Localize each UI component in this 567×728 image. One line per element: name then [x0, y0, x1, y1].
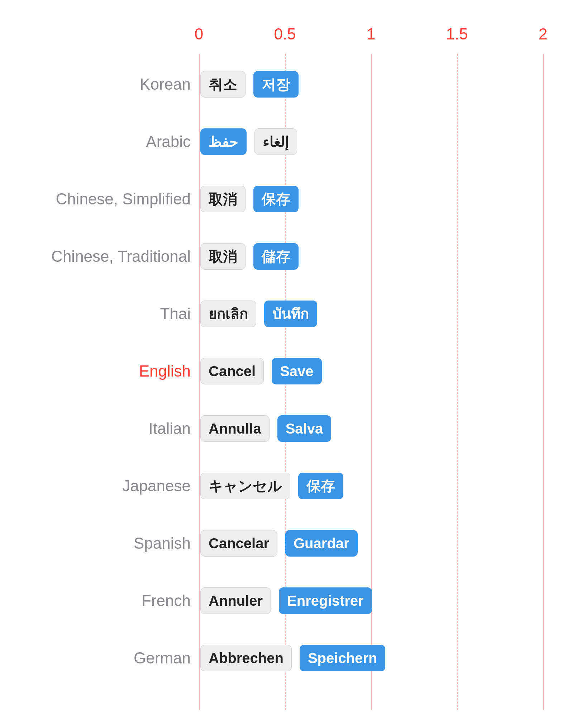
save-button[interactable]: Salva [277, 415, 332, 442]
row-arabic: Arabic حفظ إلغاء [0, 126, 567, 158]
row-label-french: French [11, 592, 191, 610]
button-group-chinese-traditional: 取消 儲存 [200, 243, 299, 270]
button-group-german: Abbrechen Speichern [200, 645, 385, 671]
button-group-italian: Annulla Salva [200, 415, 331, 442]
row-french: French Annuler Enregistrer [0, 585, 567, 617]
button-group-korean: 취소 저장 [200, 71, 299, 98]
save-button[interactable]: 保存 [298, 473, 343, 499]
row-label-korean: Korean [11, 75, 191, 93]
row-italian: Italian Annulla Salva [0, 412, 567, 445]
row-label-japanese: Japanese [11, 477, 191, 495]
row-label-chinese-simplified: Chinese, Simplified [11, 190, 191, 208]
save-button[interactable]: 保存 [253, 186, 299, 212]
row-thai: Thai ยกเลิก บันทึก [0, 298, 567, 330]
cancel-button[interactable]: Annulla [200, 415, 270, 442]
row-korean: Korean 취소 저장 [0, 68, 567, 100]
row-german: German Abbrechen Speichern [0, 642, 567, 674]
row-japanese: Japanese キャンセル 保存 [0, 470, 567, 502]
cancel-button[interactable]: 取消 [200, 243, 246, 270]
x-tick-1: 1 [367, 25, 375, 43]
cancel-button[interactable]: キャンセル [200, 473, 290, 499]
button-group-chinese-simplified: 取消 保存 [200, 186, 299, 212]
row-chinese-simplified: Chinese, Simplified 取消 保存 [0, 183, 567, 215]
save-button[interactable]: 저장 [253, 71, 299, 98]
save-button[interactable]: Guardar [285, 530, 358, 557]
cancel-button[interactable]: 취소 [200, 71, 246, 98]
save-button[interactable]: Save [272, 358, 321, 384]
row-label-english: English [11, 362, 191, 380]
row-label-chinese-traditional: Chinese, Traditional [11, 247, 191, 265]
save-button[interactable]: Enregistrer [279, 587, 372, 614]
row-label-thai: Thai [11, 305, 191, 323]
save-button[interactable]: 儲存 [253, 243, 299, 270]
cancel-button[interactable]: Cancel [200, 358, 264, 384]
save-button[interactable]: حفظ [200, 128, 247, 155]
button-group-english: Cancel Save [200, 358, 322, 384]
x-tick-0: 0 [195, 25, 203, 43]
row-english: English Cancel Save [0, 355, 567, 387]
row-label-spanish: Spanish [11, 534, 191, 552]
x-tick-05: 0.5 [274, 25, 296, 43]
cancel-button[interactable]: Annuler [200, 587, 271, 614]
button-group-spanish: Cancelar Guardar [200, 530, 358, 557]
cancel-button[interactable]: ยกเลิก [200, 301, 256, 327]
row-label-german: German [11, 649, 191, 667]
save-button[interactable]: Speichern [300, 645, 385, 671]
button-group-thai: ยกเลิก บันทึก [200, 301, 317, 327]
cancel-button[interactable]: 取消 [200, 186, 246, 212]
x-tick-15: 1.5 [446, 25, 468, 43]
row-label-arabic: Arabic [11, 133, 191, 151]
save-button[interactable]: บันทึก [264, 301, 317, 327]
row-chinese-traditional: Chinese, Traditional 取消 儲存 [0, 240, 567, 273]
button-group-french: Annuler Enregistrer [200, 587, 372, 614]
x-tick-2: 2 [539, 25, 547, 43]
row-spanish: Spanish Cancelar Guardar [0, 527, 567, 559]
cancel-button[interactable]: Cancelar [200, 530, 277, 557]
cancel-button[interactable]: إلغاء [254, 128, 297, 155]
row-label-italian: Italian [11, 420, 191, 438]
cancel-button[interactable]: Abbrechen [200, 645, 292, 671]
button-group-arabic: حفظ إلغاء [200, 128, 297, 155]
button-group-japanese: キャンセル 保存 [200, 473, 343, 499]
localization-button-width-chart: 0 0.5 1 1.5 2 Korean 취소 저장 Arabic حفظ إل… [0, 0, 567, 728]
